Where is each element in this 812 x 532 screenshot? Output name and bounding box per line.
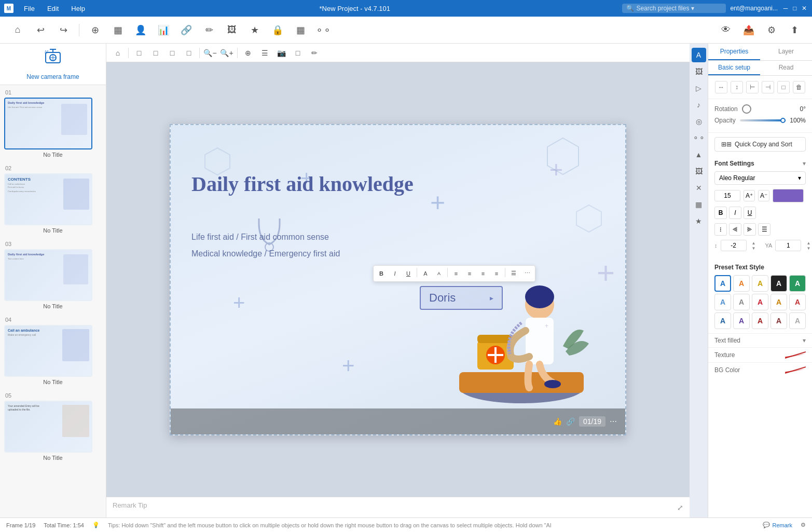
char-spacing-input[interactable]	[775, 240, 801, 251]
export-button[interactable]: ⬆	[785, 21, 804, 39]
undo-button[interactable]: ↩	[31, 21, 50, 39]
preset-14[interactable]: A	[789, 312, 806, 329]
align-right[interactable]: ⫸	[744, 223, 756, 236]
font-settings-collapse[interactable]: ▾	[803, 160, 806, 167]
right-icon-play[interactable]: ▷	[692, 81, 706, 96]
tab-layer[interactable]: Layer	[760, 44, 812, 60]
canvas-frame-tool[interactable]: □	[291, 46, 305, 60]
subtab-read[interactable]: Read	[760, 61, 812, 75]
font-size-increase[interactable]: A⁺	[744, 190, 755, 201]
star-button[interactable]: ★	[245, 21, 264, 39]
canvas-zoom-in-tool[interactable]: 🔍+	[219, 46, 234, 60]
canvas-edit-tool[interactable]: ✏	[307, 46, 322, 60]
preset-9[interactable]: A	[789, 294, 806, 310]
slide-like-icon[interactable]: 👍	[553, 417, 562, 426]
text-filled-collapse[interactable]: ▾	[803, 337, 806, 344]
format-bold[interactable]: B	[714, 207, 727, 219]
user-button[interactable]: 👤	[131, 21, 150, 39]
align-center[interactable]: ⫷	[729, 223, 741, 236]
quick-copy-button[interactable]: ⊞⊞ Quick Copy and Sort	[714, 137, 806, 152]
slide-thumb-2[interactable]: CONTENTS Call an ambulance First aid for…	[4, 173, 92, 225]
preset-13[interactable]: A	[770, 312, 787, 329]
text-align-right[interactable]: ≡	[477, 268, 489, 279]
remark-expand-icon[interactable]: ⤢	[677, 503, 683, 512]
maximize-button[interactable]: □	[791, 5, 799, 12]
chart-button[interactable]: 📊	[154, 21, 173, 39]
transform-crop[interactable]: ⊢	[746, 81, 759, 93]
align-justify[interactable]: ☰	[758, 223, 770, 236]
canvas-home-tool[interactable]: ⌂	[111, 46, 125, 60]
preset-11[interactable]: A	[733, 312, 750, 329]
menu-file[interactable]: File	[22, 4, 37, 13]
slide-thumb-3[interactable]: Daily first aid knowledge Text content h…	[4, 249, 92, 301]
right-icon-close[interactable]: ✕	[692, 181, 706, 195]
font-selector[interactable]: Aleo Regular ▾	[714, 171, 806, 185]
line-spacing-down[interactable]: ▼	[750, 245, 758, 251]
text-more-button[interactable]: ⋯	[521, 268, 533, 279]
multi-button[interactable]: ⚬⚬	[314, 21, 333, 39]
bg-color-swatch[interactable]	[785, 366, 806, 374]
right-icon-text[interactable]: A	[692, 48, 706, 62]
right-icon-star[interactable]: ★	[692, 214, 706, 228]
preset-1[interactable]: A	[733, 275, 750, 292]
text-underline-button[interactable]: U	[403, 268, 414, 279]
grid-button[interactable]: ▦	[108, 21, 127, 39]
search-box[interactable]: 🔍 Search project files ▾	[622, 4, 726, 13]
settings-icon[interactable]: ⚙	[801, 522, 806, 528]
settings-button[interactable]: ⚙	[762, 21, 781, 39]
transform-copy[interactable]: □	[777, 81, 790, 93]
right-icon-circle[interactable]: ◎	[692, 114, 706, 129]
subtab-basic[interactable]: Basic setup	[708, 61, 760, 75]
text-bold-button[interactable]: B	[376, 268, 387, 279]
right-icon-image[interactable]: 🖼	[692, 64, 706, 79]
canvas-zoom-out-tool[interactable]: 🔍−	[203, 46, 217, 60]
slide-menu-icon[interactable]: ⋯	[610, 417, 617, 426]
add-button[interactable]: ⊕	[86, 21, 104, 39]
canvas-rect4-tool[interactable]: □	[182, 46, 196, 60]
preset-7[interactable]: A	[752, 294, 768, 310]
canvas-rect3-tool[interactable]: □	[165, 46, 180, 60]
preset-4[interactable]: A	[789, 275, 806, 292]
lock-button[interactable]: 🔒	[268, 21, 287, 39]
preset-0[interactable]: A	[714, 275, 731, 292]
line-spacing-input[interactable]	[721, 240, 747, 251]
right-icon-music[interactable]: ♪	[692, 98, 706, 112]
home-button[interactable]: ⌂	[8, 21, 27, 39]
preset-8[interactable]: A	[770, 294, 787, 310]
slide-thumb-1[interactable]: Daily first aid knowledge Life first aid…	[4, 98, 92, 149]
image-button[interactable]: 🖼	[223, 21, 241, 39]
preset-5[interactable]: A	[714, 294, 731, 310]
font-size-input[interactable]	[714, 190, 740, 201]
canvas-rect2-tool[interactable]: □	[148, 46, 163, 60]
format-italic[interactable]: I	[729, 207, 741, 219]
view-button[interactable]: 👁	[717, 21, 735, 39]
slide-main-title[interactable]: Daily first aid knowledge	[191, 172, 490, 197]
font-size-decrease[interactable]: A⁻	[758, 190, 769, 201]
text-align-center[interactable]: ≡	[464, 268, 475, 279]
tab-properties[interactable]: Properties	[708, 44, 760, 60]
transform-align[interactable]: ⊣	[762, 81, 774, 93]
right-icon-shape[interactable]: ▲	[692, 147, 706, 162]
canvas-align-tool[interactable]: ⊕	[241, 46, 255, 60]
slide-thumb-4[interactable]: Call an ambulance Make an emergency call	[4, 325, 92, 377]
remark-placeholder[interactable]: Remark Tip	[113, 501, 147, 509]
remark-button[interactable]: 💬 Remark	[763, 522, 792, 528]
char-spacing-up[interactable]: ▲	[804, 240, 812, 245]
text-font-size-a2[interactable]: A	[433, 268, 445, 279]
preset-12[interactable]: A	[752, 312, 768, 329]
new-camera-frame-button[interactable]: New camera frame	[0, 44, 106, 85]
preset-10[interactable]: A	[714, 312, 731, 329]
line-spacing-up[interactable]: ▲	[750, 240, 758, 245]
pencil-button[interactable]: ✏	[200, 21, 218, 39]
share-button[interactable]: 📤	[739, 21, 758, 39]
menu-help[interactable]: Help	[69, 4, 87, 13]
close-button[interactable]: ✕	[801, 5, 808, 12]
slide-canvas[interactable]: + + + + + +	[170, 124, 626, 435]
slide-share-icon[interactable]: 🔗	[566, 417, 575, 426]
opacity-slider[interactable]	[740, 119, 786, 121]
menu-edit[interactable]: Edit	[45, 4, 61, 13]
pattern-button[interactable]: ▦	[291, 21, 310, 39]
transform-delete[interactable]: 🗑	[793, 81, 805, 93]
slide-thumb-5[interactable]: Your amended Entry will be uploaded to t…	[4, 401, 92, 453]
right-icon-dots[interactable]: ⚬⚬	[692, 131, 706, 145]
